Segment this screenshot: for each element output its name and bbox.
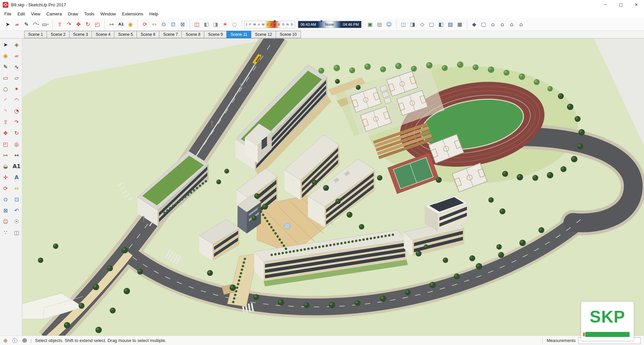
section-cut-toggle[interactable]: ◨	[211, 20, 220, 29]
sign-in-icon[interactable]: ☻	[22, 338, 28, 344]
shadows-toggle[interactable]: ☀	[220, 20, 230, 29]
zoom-window-tool[interactable]: ⊡	[168, 20, 178, 29]
menu-extensions[interactable]: Extensions	[119, 10, 147, 18]
dimension-tool[interactable]: ↔	[11, 150, 22, 161]
axes-tool[interactable]: ✛	[0, 172, 11, 183]
arc-tool[interactable]: ◠▾	[31, 20, 41, 29]
photo-textures-button[interactable]: ☺	[384, 20, 394, 29]
view-top[interactable]: ▢	[479, 20, 488, 29]
fog-toggle[interactable]: ○	[230, 20, 239, 29]
view-front[interactable]: ⌂	[488, 20, 498, 29]
section-plane-tool[interactable]: ◫	[192, 20, 202, 29]
pie-tool[interactable]: ◔	[11, 106, 22, 117]
eraser-tool[interactable]: ▰	[12, 20, 22, 29]
shadow-month-strip[interactable]: J F M A M J J A S O N D ▼	[244, 21, 295, 28]
zoom-tool[interactable]: ⊙	[159, 20, 168, 29]
close-button[interactable]: ✕	[629, 0, 644, 9]
maximize-button[interactable]: □	[613, 0, 629, 9]
section-plane-tool[interactable]: ◫	[11, 227, 22, 238]
freehand-tool[interactable]: ∿	[11, 61, 22, 72]
minimize-button[interactable]: ─	[598, 0, 613, 9]
pan-tool[interactable]: ⇔	[11, 183, 22, 194]
view-left[interactable]: ⌂	[517, 20, 526, 29]
menu-file[interactable]: File	[1, 10, 14, 18]
scale-tool[interactable]: ◰	[93, 20, 102, 29]
select-tool[interactable]: ➤	[0, 39, 11, 50]
move-tool[interactable]: ✥	[74, 20, 83, 29]
menu-edit[interactable]: Edit	[14, 10, 28, 18]
rotate-tool[interactable]: ↻	[83, 20, 93, 29]
tape-measure-tool[interactable]: ↦	[0, 150, 11, 161]
scene-tab-7[interactable]: Scene 7	[159, 31, 182, 38]
view-iso[interactable]: ◆	[470, 20, 479, 29]
toggle-terrain-button[interactable]: ▤	[375, 20, 384, 29]
text-tool[interactable]: A1	[116, 20, 126, 29]
shadow-time-strip[interactable]: 06:43 AM Noon 04:46 PM ▼	[298, 21, 362, 28]
style-hidden-line[interactable]: ▢	[427, 20, 436, 29]
scene-tab-10[interactable]: Scene 10	[276, 31, 301, 38]
zoom-tool[interactable]: ⊙	[0, 194, 11, 205]
shapes-tool[interactable]: ▭▾	[41, 20, 50, 29]
orbit-tool[interactable]: ⟳	[0, 183, 11, 194]
style-shaded[interactable]: ◧	[436, 20, 446, 29]
scene-tab-6[interactable]: Scene 6	[137, 31, 159, 38]
move-tool[interactable]: ✥	[0, 128, 11, 139]
protractor-tool[interactable]: ◒	[0, 161, 11, 172]
menu-draw[interactable]: Draw	[65, 10, 81, 18]
line-tool[interactable]: ✎	[22, 20, 31, 29]
model-viewport[interactable]	[22, 39, 644, 336]
scene-tab-11[interactable]: Scene 11	[226, 31, 251, 38]
polygon-tool[interactable]: ✶	[11, 83, 22, 94]
tape-measure-tool[interactable]: ↦	[107, 20, 116, 29]
push-pull-tool[interactable]: ⇧	[55, 20, 64, 29]
arc-tool[interactable]: ◜	[0, 94, 11, 106]
rectangle-tool[interactable]: ▭	[0, 72, 11, 83]
view-right[interactable]: ⌂	[498, 20, 507, 29]
zoom-window-tool[interactable]: ⊡	[11, 194, 22, 205]
orbit-tool[interactable]: ⟳	[140, 20, 150, 29]
pan-tool[interactable]: ⇔	[150, 20, 159, 29]
add-location-button[interactable]: ▣	[366, 20, 375, 29]
line-tool[interactable]: ✎	[0, 61, 11, 72]
geolocation-icon[interactable]: ⊕	[3, 338, 8, 344]
eraser-tool[interactable]: ▰	[11, 50, 22, 61]
menu-camera[interactable]: Camera	[43, 10, 65, 18]
menu-window[interactable]: Window	[97, 10, 119, 18]
offset-tool[interactable]: ◎	[11, 139, 22, 150]
view-back[interactable]: ⌂	[507, 20, 517, 29]
scene-tab-3[interactable]: Scene 3	[69, 31, 92, 38]
style-wireframe[interactable]: ◇	[418, 20, 427, 29]
zoom-extents-tool[interactable]: ⊠	[0, 205, 11, 216]
zoom-previous-tool[interactable]: ↶	[11, 205, 22, 216]
zoom-extents-tool[interactable]: ⊠	[178, 20, 187, 29]
look-around-tool[interactable]: ☉	[11, 216, 22, 227]
three-point-arc-tool[interactable]: ◝	[0, 106, 11, 117]
section-display-toggle[interactable]: ◧	[202, 20, 211, 29]
follow-me-tool[interactable]: ↷	[64, 20, 74, 29]
shadow-time-slider[interactable]: ▼	[320, 20, 322, 23]
style-monochrome[interactable]: ■	[455, 20, 465, 29]
scene-tab-2[interactable]: Scene 2	[47, 31, 69, 38]
scale-tool[interactable]: ◰	[0, 139, 11, 150]
circle-tool[interactable]: ○	[0, 83, 11, 94]
scene-tab-9[interactable]: Scene 9	[204, 31, 227, 38]
menu-help[interactable]: Help	[146, 10, 161, 18]
shadow-date-slider[interactable]: ▼	[274, 20, 276, 23]
menu-view[interactable]: View	[28, 10, 43, 18]
credits-icon[interactable]: ⓘ	[12, 338, 17, 344]
make-component-tool[interactable]: ◈	[11, 39, 22, 50]
scene-tab-1[interactable]: Scene 1	[24, 31, 47, 38]
push-pull-tool[interactable]: ⇧	[0, 117, 11, 128]
select-tool[interactable]: ➤	[3, 20, 12, 29]
position-camera-tool[interactable]: ☺	[0, 216, 11, 227]
style-back-edges[interactable]: ◨	[408, 20, 418, 29]
follow-me-tool[interactable]: ↷	[11, 117, 22, 128]
two-point-arc-tool[interactable]: ◠	[11, 94, 22, 106]
text-tool[interactable]: A1	[11, 161, 22, 172]
walk-tool[interactable]: ∵	[0, 227, 11, 238]
paint-bucket-tool[interactable]: ◉	[0, 50, 11, 61]
style-shaded-textures[interactable]: ▨	[446, 20, 455, 29]
style-xray[interactable]: ◫	[399, 20, 408, 29]
scene-tab-5[interactable]: Scene 5	[114, 31, 137, 38]
rotate-tool[interactable]: ↻	[11, 128, 22, 139]
